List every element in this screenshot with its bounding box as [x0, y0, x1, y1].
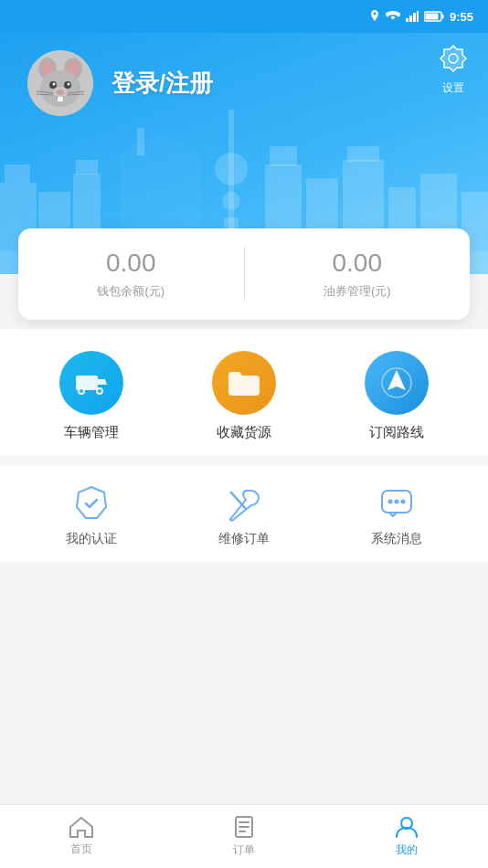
svg-rect-12 [137, 128, 144, 155]
svg-rect-5 [441, 15, 443, 19]
svg-marker-52 [387, 370, 406, 390]
profile-icon [395, 815, 419, 839]
nav-icon-circle [365, 351, 429, 415]
svg-rect-11 [76, 160, 98, 175]
svg-rect-45 [59, 97, 63, 101]
svg-rect-6 [425, 14, 438, 20]
action-subscribe-route[interactable]: 订阅路线 [365, 351, 429, 441]
login-register-text: 登录/注册 [111, 68, 213, 100]
order-icon [234, 815, 254, 839]
tab-order-label: 订单 [233, 842, 255, 858]
action-vehicle-management[interactable]: 车辆管理 [59, 351, 123, 441]
action-my-certification[interactable]: 我的认证 [66, 483, 117, 547]
action-repair-order[interactable]: 维修订单 [218, 483, 270, 547]
settings-button[interactable]: 设置 [433, 38, 473, 96]
wrench-icon [224, 483, 264, 524]
vehicle-management-label: 车辆管理 [64, 424, 119, 441]
tab-bar: 首页 订单 我的 [0, 804, 488, 868]
svg-rect-21 [347, 146, 379, 162]
svg-rect-0 [406, 18, 408, 22]
profile-area[interactable]: 登录/注册 [0, 50, 213, 116]
oil-amount: 0.00 [333, 249, 383, 278]
system-message-label: 系统消息 [371, 531, 422, 547]
oil-balance[interactable]: 0.00 油券管理(元) [245, 228, 471, 320]
repair-order-label: 维修订单 [218, 531, 270, 547]
message-icon [377, 483, 417, 524]
favorite-cargo-label: 收藏货源 [217, 424, 271, 441]
settings-icon [433, 38, 473, 79]
tab-home-label: 首页 [70, 842, 92, 857]
action-favorite-cargo[interactable]: 收藏货源 [212, 351, 276, 441]
secondary-actions-section: 我的认证 维修订单 [0, 465, 488, 562]
svg-point-36 [53, 83, 56, 86]
svg-rect-8 [5, 164, 30, 183]
tab-order[interactable]: 订单 [163, 815, 325, 858]
secondary-row: 我的认证 维修订单 [0, 483, 488, 547]
svg-point-58 [401, 500, 406, 504]
tab-home[interactable]: 首页 [0, 816, 163, 857]
svg-point-15 [222, 192, 240, 210]
svg-rect-2 [413, 13, 416, 22]
svg-rect-3 [417, 11, 419, 22]
svg-point-37 [68, 83, 70, 86]
avatar [27, 50, 93, 116]
svg-point-39 [57, 90, 64, 95]
quick-actions-section: 车辆管理 收藏货源 订阅路线 [0, 329, 488, 456]
svg-marker-26 [440, 46, 466, 71]
subscribe-route-label: 订阅路线 [369, 424, 424, 441]
truck-icon-circle [59, 351, 123, 415]
status-bar: 9:55 [0, 0, 488, 33]
wallet-amount: 0.00 [106, 249, 156, 278]
folder-icon-circle [212, 351, 276, 415]
svg-point-56 [388, 500, 393, 504]
action-system-message[interactable]: 系统消息 [371, 483, 422, 547]
svg-point-14 [215, 153, 248, 185]
tab-profile-label: 我的 [396, 842, 418, 858]
svg-point-50 [98, 389, 101, 393]
settings-label: 设置 [442, 80, 464, 96]
wallet-balance[interactable]: 0.00 钱包余额(元) [18, 228, 244, 320]
oil-label: 油券管理(元) [324, 283, 391, 300]
actions-row: 车辆管理 收藏货源 订阅路线 [0, 351, 488, 441]
cert-icon [71, 483, 111, 524]
svg-marker-53 [77, 487, 106, 518]
main-content: 车辆管理 收藏货源 订阅路线 [0, 329, 488, 804]
svg-rect-1 [409, 16, 412, 22]
status-time: 9:55 [450, 10, 473, 24]
svg-rect-46 [76, 376, 98, 390]
home-icon [69, 816, 93, 838]
svg-point-48 [80, 389, 83, 393]
wallet-label: 钱包余额(元) [97, 283, 164, 300]
status-icons: 9:55 [369, 10, 473, 24]
my-certification-label: 我的认证 [66, 531, 117, 547]
balance-card: 0.00 钱包余额(元) 0.00 油券管理(元) [18, 228, 470, 320]
tab-profile[interactable]: 我的 [325, 815, 488, 858]
svg-point-57 [395, 500, 399, 504]
svg-rect-18 [270, 146, 297, 166]
